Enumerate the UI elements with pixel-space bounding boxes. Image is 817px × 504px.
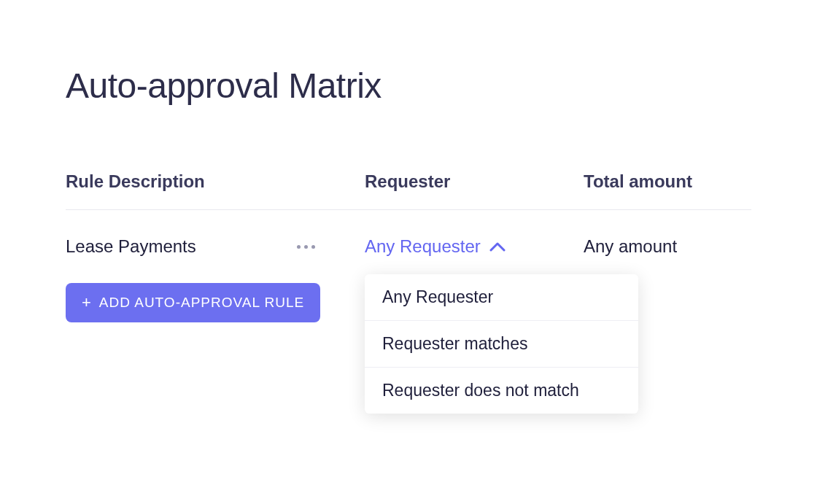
cell-description: Lease Payments: [66, 236, 365, 257]
main-container: Auto-approval Matrix Rule Description Re…: [0, 0, 817, 504]
header-requester: Requester: [365, 171, 584, 192]
header-description: Rule Description: [66, 171, 365, 192]
requester-selected-text: Any Requester: [365, 236, 481, 257]
plus-icon: +: [82, 295, 92, 311]
rule-description-text: Lease Payments: [66, 236, 196, 257]
dropdown-option-any[interactable]: Any Requester: [365, 274, 638, 321]
dropdown-option-matches[interactable]: Requester matches: [365, 321, 638, 368]
add-auto-approval-rule-button[interactable]: + ADD AUTO-APPROVAL RULE: [66, 283, 320, 322]
dropdown-option-does-not-match[interactable]: Requester does not match: [365, 368, 638, 414]
table-row: Lease Payments Any Requester Any Request…: [66, 210, 751, 277]
chevron-up-icon: [489, 241, 506, 252]
cell-amount: Any amount: [584, 236, 751, 257]
page-title: Auto-approval Matrix: [66, 66, 751, 106]
add-button-label: ADD AUTO-APPROVAL RULE: [99, 295, 304, 311]
requester-dropdown-menu: Any Requester Requester matches Requeste…: [365, 274, 638, 414]
requester-dropdown-trigger[interactable]: Any Requester: [365, 236, 584, 257]
amount-text: Any amount: [584, 236, 677, 256]
table-header: Rule Description Requester Total amount: [66, 171, 751, 210]
cell-requester: Any Requester Any Requester Requester ma…: [365, 236, 584, 257]
header-amount: Total amount: [584, 171, 751, 192]
more-options-icon[interactable]: [291, 239, 321, 255]
